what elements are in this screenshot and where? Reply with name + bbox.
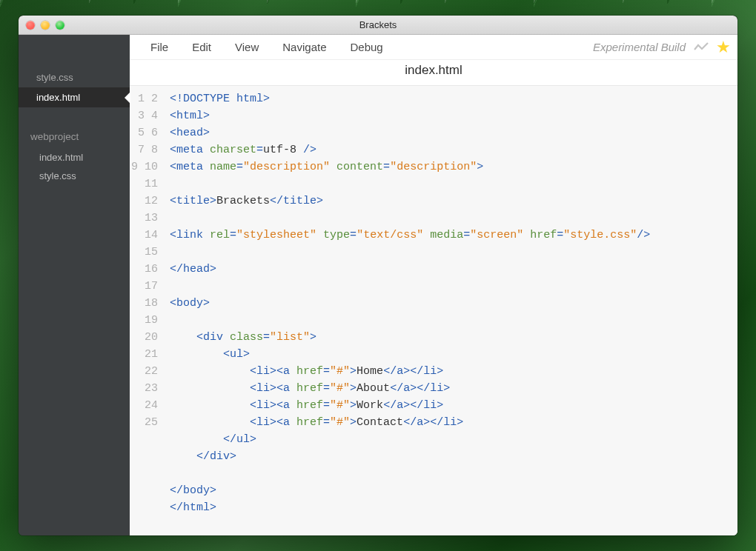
project-name[interactable]: webproject bbox=[19, 128, 130, 148]
titlebar[interactable]: Brackets bbox=[19, 16, 737, 35]
open-file-name: index.html bbox=[130, 60, 737, 85]
menu-edit[interactable]: Edit bbox=[180, 41, 223, 53]
file-label: index.html bbox=[39, 152, 83, 163]
code-editor[interactable]: 1 2 3 4 5 6 7 8 9 10 11 12 13 14 15 16 1… bbox=[130, 85, 737, 535]
project-file-item[interactable]: index.html bbox=[19, 148, 130, 167]
close-icon[interactable] bbox=[26, 21, 35, 30]
menu-navigate[interactable]: Navigate bbox=[271, 41, 338, 53]
file-label: index.html bbox=[36, 92, 80, 103]
zoom-icon[interactable] bbox=[56, 21, 64, 30]
project-tree: webproject index.html style.css bbox=[19, 128, 130, 185]
star-icon[interactable]: ★ bbox=[715, 39, 732, 56]
menu-file[interactable]: File bbox=[139, 41, 180, 53]
working-files: style.css index.html bbox=[19, 67, 130, 107]
minimize-icon[interactable] bbox=[41, 21, 50, 30]
window-title: Brackets bbox=[19, 19, 737, 30]
menubar: File Edit View Navigate Debug Experiment… bbox=[130, 35, 737, 60]
menu-view[interactable]: View bbox=[223, 41, 271, 53]
window-body: style.css index.html webproject index.ht… bbox=[19, 35, 737, 535]
sidebar: style.css index.html webproject index.ht… bbox=[19, 35, 130, 535]
line-gutter: 1 2 3 4 5 6 7 8 9 10 11 12 13 14 15 16 1… bbox=[130, 86, 167, 535]
menu-debug[interactable]: Debug bbox=[338, 41, 394, 53]
live-preview-icon[interactable] bbox=[693, 39, 709, 56]
working-file-item[interactable]: index.html bbox=[19, 87, 130, 107]
experimental-build-label: Experimental Build bbox=[593, 41, 693, 53]
code-area[interactable]: <!DOCTYPE html> <html> <head> <meta char… bbox=[167, 86, 737, 535]
file-label: style.css bbox=[39, 170, 76, 181]
working-file-item[interactable]: style.css bbox=[19, 67, 130, 87]
project-file-item[interactable]: style.css bbox=[19, 167, 130, 185]
main-panel: File Edit View Navigate Debug Experiment… bbox=[130, 35, 737, 535]
file-label: style.css bbox=[36, 72, 73, 83]
app-window: Brackets style.css index.html webproject… bbox=[19, 16, 737, 535]
window-controls bbox=[19, 21, 64, 30]
